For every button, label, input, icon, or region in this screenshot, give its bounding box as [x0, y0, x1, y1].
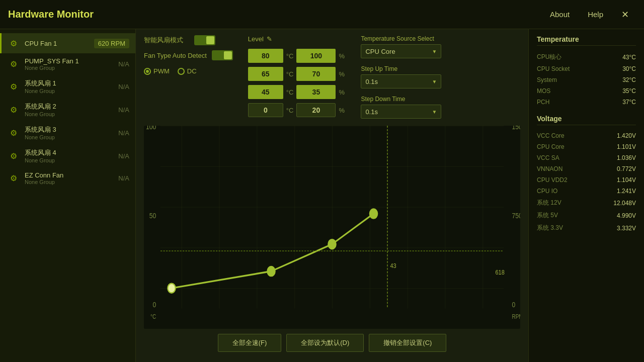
svg-text:0: 0 [152, 301, 156, 309]
volt-value-4: 1.104V [617, 176, 636, 184]
temp-unit-1: °C [286, 70, 294, 78]
step-up-label: Step Up Time [361, 65, 446, 72]
sidebar-fan-item-0[interactable]: ⚙ CPU Fan 1 620 RPM [0, 33, 135, 53]
sidebar-fan-item-5[interactable]: ⚙ 系统风扇 4 None Group N/A [0, 144, 135, 167]
temp-unit-2: °C [286, 88, 294, 96]
full-speed-button[interactable]: 全部全速(F) [218, 334, 282, 352]
dc-radio[interactable]: DC [178, 67, 197, 75]
chevron-down-icon: ▼ [432, 49, 437, 54]
titlebar: Hardware Monitor About Help ✕ [0, 0, 644, 29]
temp-unit-0: °C [286, 52, 294, 60]
fan-type-label: Fan Type Auto Detect [144, 52, 207, 59]
pwm-radio[interactable]: PWM [144, 67, 170, 75]
pct-input-1[interactable] [296, 67, 336, 81]
temp-value-4: 37°C [622, 99, 636, 106]
temp-value-1: 30°C [622, 65, 636, 72]
fan-icon-4: ⚙ [8, 127, 20, 139]
volt-label-2: VCC SA [537, 154, 559, 161]
volt-label-7: 系统 5V [537, 211, 558, 220]
svg-text:100: 100 [146, 126, 156, 131]
volt-label-1: CPU Core [537, 143, 565, 150]
curve-point-4[interactable] [370, 209, 377, 219]
pct-unit-2: % [339, 88, 346, 96]
sidebar-fan-item-3[interactable]: ⚙ 系统风扇 2 None Group N/A [0, 98, 135, 121]
level-row-0: °C % [248, 49, 346, 63]
fan-curve-chart[interactable]: 100 50 0 °C 15000 7500 0 RPM 43 [144, 126, 520, 329]
set-default-button[interactable]: 全部设为默认(D) [286, 334, 364, 352]
temp-stat-row-3: MOS 35°C [537, 85, 636, 97]
bottom-bar: 全部全速(F) 全部设为默认(D) 撤销全部设置(C) [144, 329, 520, 356]
volt-stat-row-5: CPU IO 1.241V [537, 186, 636, 197]
volt-stat-row-1: CPU Core 1.101V [537, 141, 636, 152]
temp-unit-3: °C [286, 107, 294, 114]
volt-label-6: 系统 12V [537, 199, 561, 207]
temp-stat-row-0: CPU核心 43°C [537, 51, 636, 63]
cancel-all-button[interactable]: 撤销全部设置(C) [369, 334, 446, 352]
level-row-3: °C % [248, 103, 346, 117]
volt-value-5: 1.241V [617, 188, 636, 195]
temp-source-dropdown[interactable]: CPU Core ▼ [361, 44, 441, 58]
svg-text:0: 0 [512, 301, 516, 309]
pct-unit-1: % [339, 70, 346, 78]
step-up-group: Step Up Time 0.1s ▼ [361, 65, 446, 88]
smart-fan-toggle[interactable] [194, 35, 215, 45]
pwm-dc-radio: PWM DC [144, 67, 233, 75]
pct-input-0[interactable] [296, 49, 336, 63]
right-controls: Temperature Source Select CPU Core ▼ Ste… [361, 35, 446, 119]
fan-type-toggle[interactable] [212, 50, 233, 60]
step-down-dropdown[interactable]: 0.1s ▼ [361, 105, 441, 119]
volt-label-0: VCC Core [537, 132, 565, 139]
toggle-knob2 [224, 51, 232, 59]
edit-icon[interactable]: ✎ [267, 35, 272, 43]
svg-text:15000: 15000 [512, 126, 521, 131]
volt-stat-row-2: VCC SA 1.036V [537, 152, 636, 163]
pct-input-2[interactable] [296, 85, 336, 99]
sidebar-fan-item-2[interactable]: ⚙ 系统风扇 1 None Group N/A [0, 75, 135, 98]
volt-value-7: 4.990V [617, 212, 636, 219]
volt-stat-row-0: VCC Core 1.420V [537, 130, 636, 141]
temp-label-3: MOS [537, 87, 550, 95]
temp-label-0: CPU核心 [537, 53, 561, 61]
fan-type-row: Fan Type Auto Detect [144, 50, 233, 60]
app-title: Hardware Monitor [8, 9, 543, 20]
curve-point-2[interactable] [267, 266, 275, 276]
chevron-down-icon3: ▼ [432, 109, 437, 115]
toggle-knob [206, 36, 214, 44]
volt-label-3: VNNAON [537, 165, 562, 172]
mode-controls: 智能风扇模式 Fan Type Auto Detect PWM [144, 35, 233, 75]
temp-input-3[interactable] [248, 103, 283, 117]
fan-icon-0: ⚙ [8, 37, 20, 49]
about-button[interactable]: About [543, 7, 577, 22]
pct-input-3[interactable] [296, 103, 336, 117]
help-button[interactable]: Help [581, 7, 610, 22]
volt-value-8: 3.332V [617, 225, 636, 232]
svg-text:50: 50 [149, 212, 156, 220]
volt-stat-row-6: 系统 12V 12.048V [537, 197, 636, 209]
voltage-stats: VCC Core 1.420V CPU Core 1.101V VCC SA 1… [537, 130, 636, 234]
pwm-radio-circle [144, 68, 151, 75]
curve-point-3[interactable] [328, 239, 336, 249]
fan-icon-1: ⚙ [8, 58, 20, 70]
center-panel: 智能风扇模式 Fan Type Auto Detect PWM [136, 29, 528, 362]
curve-point-1[interactable] [168, 284, 175, 293]
temp-input-1[interactable] [248, 67, 283, 81]
sidebar: ⚙ CPU Fan 1 620 RPM ⚙ PUMP_SYS Fan 1 Non… [0, 29, 136, 362]
temp-input-0[interactable] [248, 49, 283, 63]
temp-stat-row-2: System 32°C [537, 74, 636, 85]
temperature-title: Temperature [537, 35, 636, 46]
volt-value-2: 1.036V [617, 154, 636, 161]
sidebar-fan-item-6[interactable]: ⚙ EZ Conn Fan None Group N/A [0, 167, 135, 189]
chart-area: 100 50 0 °C 15000 7500 0 RPM 43 [144, 126, 520, 329]
fan-controls: 智能风扇模式 Fan Type Auto Detect PWM [144, 35, 520, 119]
sidebar-fan-item-4[interactable]: ⚙ 系统风扇 3 None Group N/A [0, 121, 135, 144]
main-layout: ⚙ CPU Fan 1 620 RPM ⚙ PUMP_SYS Fan 1 Non… [0, 29, 644, 362]
temp-label-2: System [537, 76, 557, 83]
temp-stat-row-4: PCH 37°C [537, 97, 636, 108]
volt-label-8: 系统 3.3V [537, 224, 563, 232]
step-up-dropdown[interactable]: 0.1s ▼ [361, 74, 441, 88]
temp-label-1: CPU Socket [537, 65, 570, 72]
level-section: Level ✎ °C % °C % °C % °C % [248, 35, 346, 117]
sidebar-fan-item-1[interactable]: ⚙ PUMP_SYS Fan 1 None Group N/A [0, 53, 135, 75]
temp-input-2[interactable] [248, 85, 283, 99]
close-button[interactable]: ✕ [614, 6, 636, 23]
